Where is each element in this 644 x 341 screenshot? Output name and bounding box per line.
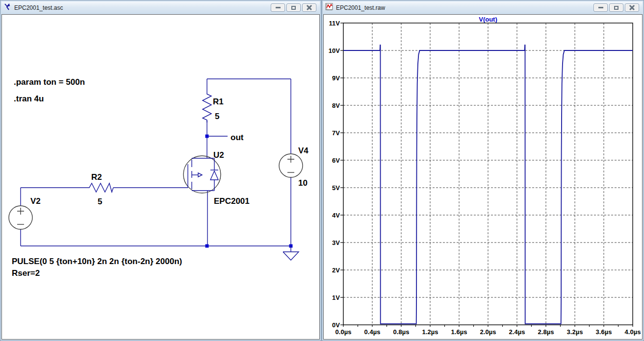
voltage-source-v4[interactable]: V4 10	[279, 146, 309, 188]
window-controls	[271, 3, 318, 12]
svg-text:3.6µs: 3.6µs	[596, 328, 612, 336]
window-controls	[593, 3, 641, 12]
waveform-titlebar[interactable]: EPC2001_test.raw	[323, 1, 643, 14]
svg-text:0.0µs: 0.0µs	[335, 328, 352, 336]
minimize-icon	[276, 7, 281, 8]
close-button[interactable]	[625, 3, 639, 12]
node-junction	[206, 244, 209, 248]
restore-icon	[291, 6, 296, 10]
restore-button[interactable]	[609, 3, 623, 12]
svg-text:7V: 7V	[332, 129, 340, 137]
component-value[interactable]: 5	[215, 112, 219, 121]
svg-text:4V: 4V	[332, 212, 340, 219]
svg-text:1.6µs: 1.6µs	[451, 328, 467, 336]
svg-text:2.0µs: 2.0µs	[480, 328, 496, 336]
svg-text:11V: 11V	[329, 20, 340, 27]
waveform-doc-icon[interactable]	[325, 3, 333, 13]
svg-text:3V: 3V	[332, 239, 340, 246]
svg-text:2V: 2V	[332, 267, 340, 274]
svg-text:1V: 1V	[332, 294, 340, 301]
waveform-client: V(out) 0V1V2V3V4V5V6V7V8V9V10V11V0.0µs0.…	[323, 14, 643, 340]
restore-icon	[614, 6, 618, 10]
plot-area[interactable]: 0V1V2V3V4V5V6V7V8V9V10V11V0.0µs0.4µs0.8µ…	[329, 20, 641, 336]
svg-text:2.8µs: 2.8µs	[538, 328, 554, 336]
svg-text:10V: 10V	[329, 47, 340, 54]
window-title: EPC2001_test.asc	[14, 4, 268, 11]
component-value[interactable]: EPC2001	[214, 196, 250, 206]
schematic-doc-icon[interactable]	[3, 3, 11, 13]
component-value[interactable]: 10	[298, 178, 308, 188]
spice-directive-tran[interactable]: .tran 4u	[14, 94, 44, 103]
component-ref[interactable]: V2	[30, 196, 41, 206]
svg-text:0.8µs: 0.8µs	[393, 328, 410, 336]
schematic-window: EPC2001_test.asc	[0, 0, 321, 341]
close-button[interactable]	[302, 3, 316, 12]
svg-text:9V: 9V	[332, 74, 340, 82]
node-junction	[206, 135, 209, 138]
svg-text:0.4µs: 0.4µs	[364, 328, 381, 336]
spice-directive-param[interactable]: .param ton = 500n	[14, 77, 85, 87]
window-title: EPC2001_test.raw	[336, 4, 591, 11]
mosfet-u2[interactable]: U2 EPC2001	[183, 150, 250, 206]
svg-text:8V: 8V	[332, 102, 340, 109]
restore-button[interactable]	[286, 3, 301, 12]
waveform-canvas[interactable]: V(out) 0V1V2V3V4V5V6V7V8V9V10V11V0.0µs0.…	[324, 15, 642, 340]
component-ref[interactable]: V4	[298, 146, 309, 155]
voltage-source-v2[interactable]: V2	[9, 196, 41, 229]
schematic-canvas[interactable]: R1 5 R2 5 U2	[2, 15, 319, 340]
source-value-pulse[interactable]: PULSE(0 5 {ton+10n} 2n 2n {ton-2n} 2000n…	[12, 257, 182, 266]
ground-symbol[interactable]	[283, 246, 299, 260]
wires[interactable]	[21, 79, 293, 248]
svg-text:0V: 0V	[332, 321, 340, 329]
component-ref[interactable]: U2	[213, 150, 224, 160]
svg-text:2.4µs: 2.4µs	[509, 328, 525, 336]
svg-text:3.2µs: 3.2µs	[567, 328, 583, 336]
schematic-client: R1 5 R2 5 U2	[1, 14, 320, 340]
close-icon	[629, 5, 635, 10]
component-ref[interactable]: R2	[91, 172, 102, 182]
minimize-button[interactable]	[593, 3, 608, 12]
minimize-icon	[598, 7, 603, 8]
resistor-r1[interactable]: R1 5	[203, 79, 224, 122]
waveform-window: EPC2001_test.raw V(out) 0V1V2V3V4V5V6V7V…	[322, 0, 644, 341]
minimize-button[interactable]	[271, 3, 285, 12]
svg-text:6V: 6V	[332, 157, 340, 164]
trace-label-vout[interactable]: V(out)	[479, 16, 497, 23]
close-icon	[307, 5, 312, 10]
svg-text:1.2µs: 1.2µs	[422, 328, 438, 336]
svg-text:5V: 5V	[332, 184, 340, 192]
component-ref[interactable]: R1	[213, 97, 224, 106]
component-value[interactable]: 5	[98, 197, 102, 206]
source-value-rser[interactable]: Rser=2	[12, 268, 40, 278]
svg-text:4.0µs: 4.0µs	[625, 328, 641, 336]
net-label-out[interactable]: out	[231, 133, 244, 142]
schematic-titlebar[interactable]: EPC2001_test.asc	[1, 1, 320, 14]
